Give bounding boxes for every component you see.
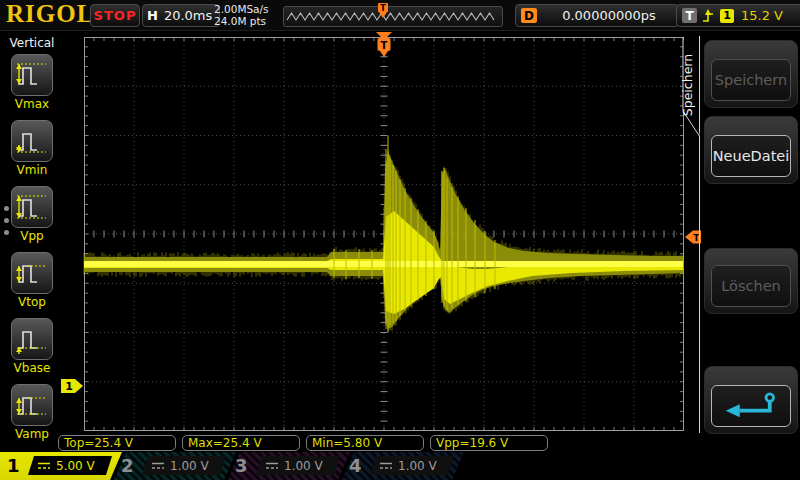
measure-item-label: Vamp (15, 427, 49, 441)
waveform-overview: T (283, 6, 503, 27)
softkey-label: Löschen (711, 265, 791, 307)
sample-rate-value: 2.00MSa/s (214, 3, 269, 15)
measure-item-label: Vpp (20, 229, 43, 243)
trigger-edge-icon (702, 8, 715, 24)
menu-title: Vertical (0, 36, 64, 50)
dc-coupling-icon (37, 461, 51, 471)
measure-item-vbase[interactable]: Vbase (0, 318, 64, 384)
channel-number: 4 (349, 455, 362, 477)
vmax-icon (15, 58, 49, 92)
rigol-logo: RIGOL (6, 0, 94, 28)
dc-coupling-icon (151, 461, 165, 471)
waveform-display: TT1 (84, 37, 684, 431)
measure-item-vmin[interactable]: Vmin (0, 120, 64, 186)
measure-item-label: Vmax (15, 97, 49, 111)
measure-item-label: Vmin (17, 163, 48, 177)
vamp-icon (15, 388, 49, 422)
softkey-label: Speichern (711, 59, 791, 101)
trigger-delay-box: D 0.00000000ps (515, 4, 679, 27)
run-state-indicator: STOP (90, 4, 140, 27)
measure-item-vpp[interactable]: Vpp (0, 186, 64, 252)
horizontal-label: H (147, 8, 158, 23)
channel-scale-value: 1.00 V (398, 459, 437, 473)
softkey-neuedatei[interactable]: NeueDatei (704, 116, 798, 184)
memory-depth-value: 24.0M pts (214, 15, 269, 27)
softkey-speichern[interactable]: Speichern (704, 40, 798, 108)
channel-1-level-marker[interactable]: 1 (61, 379, 83, 393)
measure-item-label: Vtop (18, 295, 46, 309)
measurement-readout-2: Max=25.4 V (182, 435, 300, 451)
menu-page-dots (4, 206, 9, 235)
channel-number: 2 (121, 455, 134, 477)
vpp-icon (11, 186, 53, 228)
channel-3-status[interactable]: 31.00 V (228, 452, 350, 480)
svg-text:T: T (381, 40, 388, 51)
softkey-label (711, 385, 791, 427)
channel-4-status[interactable]: 41.00 V (342, 452, 464, 480)
measurement-readout-4: Vpp=19.6 V (430, 435, 548, 451)
vtop-icon (15, 256, 49, 290)
channel-number: 3 (235, 455, 248, 477)
trigger-label-badge: T (682, 8, 697, 23)
vbase-icon (15, 322, 49, 356)
measure-item-label: Vbase (14, 361, 51, 375)
svg-text:T: T (380, 4, 386, 13)
top-status-bar: RIGOL STOP H 20.0ms 2.00MSa/s 24.0M pts … (0, 0, 800, 31)
menu-tab-title: Speichern (680, 39, 698, 131)
channel-status-bar: 15.00 V21.00 V31.00 V41.00 V (0, 452, 800, 480)
softkey-back[interactable] (704, 366, 798, 434)
channel-2-status[interactable]: 21.00 V (114, 452, 236, 480)
acquisition-info: 2.00MSa/s 24.0M pts (214, 3, 269, 27)
vmin-icon (11, 120, 53, 162)
channel-scale-value: 1.00 V (284, 459, 323, 473)
vpp-icon (15, 190, 49, 224)
channel-scale-box: 5.00 V (28, 456, 112, 475)
vbase-icon (11, 318, 53, 360)
overview-waveform-icon: T (284, 7, 500, 26)
trigger-status-box: T 1 15.2 V (676, 4, 800, 27)
measure-item-vamp[interactable]: Vamp (0, 384, 64, 450)
channel-scale-value: 1.00 V (170, 459, 209, 473)
delay-label-badge: D (521, 8, 537, 23)
vamp-icon (11, 384, 53, 426)
delay-value: 0.00000000ps (545, 8, 673, 23)
measure-item-vtop[interactable]: Vtop (0, 252, 64, 318)
channel-1-status[interactable]: 15.00 V (0, 452, 122, 480)
vtop-icon (11, 252, 53, 294)
return-arrow-icon (719, 391, 783, 421)
measurement-readout-3: Min=5.80 V (306, 435, 424, 451)
softkey-loeschen[interactable]: Löschen (704, 248, 798, 314)
trigger-position-marker[interactable]: T (376, 32, 392, 57)
measure-item-vmax[interactable]: Vmax (0, 54, 64, 120)
vmax-icon (11, 54, 53, 96)
dc-coupling-icon (265, 461, 279, 471)
channel-scale-box: 1.00 V (370, 456, 454, 475)
measurement-readout-1: Top=25.4 V (58, 435, 176, 451)
channel-number: 1 (7, 455, 20, 477)
horizontal-timebase-box: H 20.0ms (142, 4, 220, 27)
trigger-level-value: 15.2 V (741, 8, 783, 23)
timebase-value: 20.0ms (164, 8, 212, 23)
channel-scale-box: 1.00 V (142, 456, 226, 475)
trigger-source-badge: 1 (720, 9, 734, 23)
channel-scale-value: 5.00 V (56, 459, 95, 473)
vmin-icon (15, 124, 49, 158)
vertical-measure-menu: Vertical VmaxVminVppVtopVbaseVamp (0, 30, 64, 452)
menu-tab: Speichern (679, 36, 700, 146)
softkey-label: NeueDatei (711, 135, 791, 177)
svg-text:1: 1 (65, 380, 73, 393)
channel-scale-box: 1.00 V (256, 456, 340, 475)
dc-coupling-icon (379, 461, 393, 471)
